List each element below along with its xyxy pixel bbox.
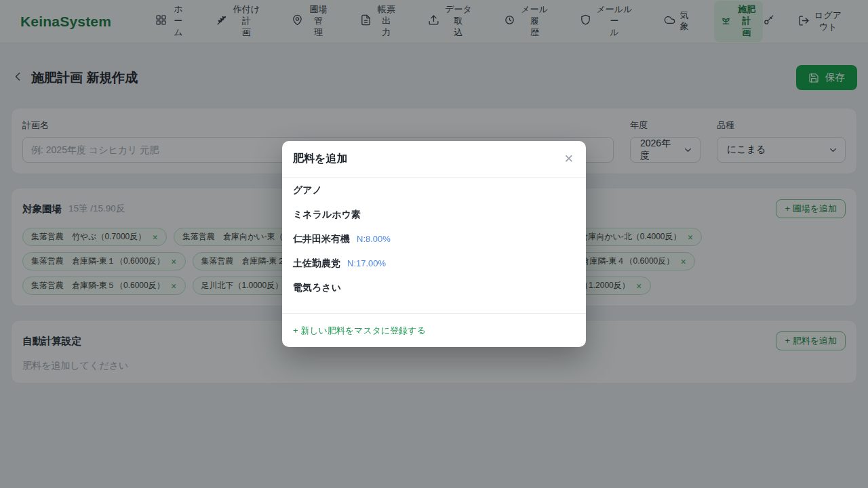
fertilizer-name: グアノ — [293, 184, 322, 197]
add-fertilizer-modal: 肥料を追加 ✕ グアノ ミネラルホウ素 仁井田米有機 N:8.00% 土佐勤農党… — [282, 141, 586, 347]
fertilizer-name: ミネラルホウ素 — [293, 209, 361, 221]
fertilizer-list-item[interactable]: 仁井田米有機 N:8.00% — [293, 233, 575, 258]
fertilizer-list-item[interactable]: グアノ — [293, 184, 575, 209]
fertilizer-list-item[interactable]: 電気ろさい — [293, 282, 575, 306]
fertilizer-n-value: N:17.00% — [347, 258, 386, 268]
fertilizer-list-item[interactable]: ミネラルホウ素 — [293, 209, 575, 233]
fertilizer-name: 土佐勤農党 — [293, 258, 340, 270]
fertilizer-name: 電気ろさい — [293, 282, 341, 294]
register-new-fertilizer-link[interactable]: + 新しい肥料をマスタに登録する — [293, 325, 426, 337]
fertilizer-list: グアノ ミネラルホウ素 仁井田米有機 N:8.00% 土佐勤農党 N:17.00… — [282, 178, 586, 313]
close-icon[interactable]: ✕ — [563, 152, 575, 166]
fertilizer-n-value: N:8.00% — [357, 234, 391, 244]
fertilizer-list-item[interactable]: 土佐勤農党 N:17.00% — [293, 258, 575, 282]
fertilizer-name: 仁井田米有機 — [293, 233, 350, 245]
modal-title: 肥料を追加 — [293, 152, 347, 166]
